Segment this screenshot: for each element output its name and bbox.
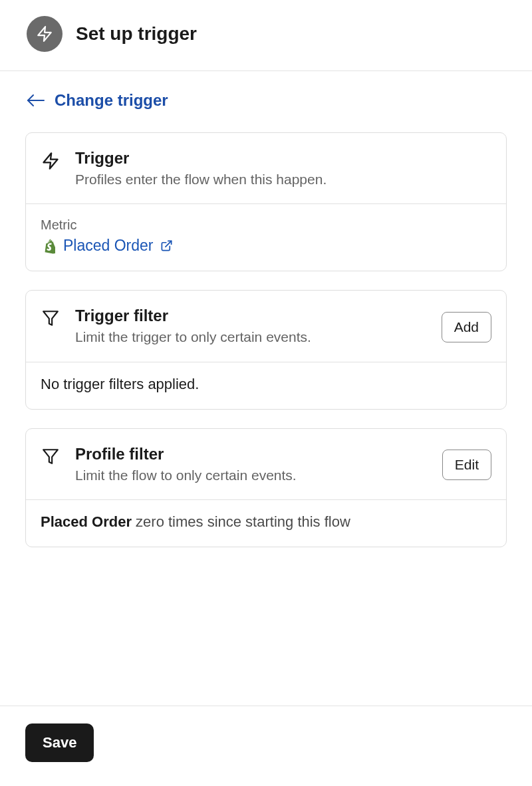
svg-marker-2 [44, 153, 58, 168]
profile-filter-body-text: Placed Order zero times since starting t… [41, 513, 491, 531]
save-button[interactable]: Save [25, 723, 94, 762]
svg-marker-0 [38, 27, 51, 41]
metric-row: Placed Order [41, 237, 491, 255]
metric-link[interactable]: Placed Order [63, 237, 173, 255]
trigger-card-header: Trigger Profiles enter the flow when thi… [26, 133, 506, 203]
trigger-icon-circle [27, 16, 63, 52]
svg-marker-4 [43, 312, 58, 326]
trigger-card-subtitle: Profiles enter the flow when this happen… [75, 170, 491, 189]
metric-label: Metric [41, 217, 491, 233]
svg-line-3 [165, 241, 171, 247]
trigger-filter-card-body: No trigger filters applied. [26, 362, 506, 409]
bolt-icon [41, 152, 60, 170]
page-header: Set up trigger [0, 0, 532, 71]
shopify-icon [41, 238, 55, 254]
trigger-card-body: Metric Placed Order [26, 203, 506, 271]
trigger-card: Trigger Profiles enter the flow when thi… [25, 132, 507, 271]
profile-filter-card: Profile filter Limit the flow to only ce… [25, 428, 507, 547]
profile-filter-title: Profile filter [75, 445, 428, 463]
arrow-left-icon [27, 93, 45, 108]
external-link-icon [160, 239, 173, 252]
page-title: Set up trigger [76, 23, 197, 45]
change-trigger-link[interactable]: Change trigger [27, 91, 168, 110]
bolt-icon [36, 25, 53, 43]
svg-marker-5 [43, 450, 58, 463]
profile-filter-body-rest: zero times since starting this flow [132, 513, 350, 530]
trigger-filter-body-text: No trigger filters applied. [41, 376, 491, 393]
edit-profile-filter-button[interactable]: Edit [442, 450, 491, 480]
trigger-filter-card-header: Trigger filter Limit the trigger to only… [26, 291, 506, 361]
page-footer: Save [0, 706, 532, 786]
profile-filter-card-header: Profile filter Limit the flow to only ce… [26, 429, 506, 499]
add-trigger-filter-button[interactable]: Add [442, 312, 491, 342]
content-area: Change trigger Trigger Profiles enter th… [0, 71, 532, 706]
trigger-filter-title: Trigger filter [75, 307, 427, 325]
metric-value: Placed Order [63, 237, 154, 255]
profile-filter-subtitle: Limit the flow to only certain events. [75, 466, 428, 485]
profile-filter-card-body: Placed Order zero times since starting t… [26, 499, 506, 547]
trigger-card-title: Trigger [75, 149, 491, 168]
profile-filter-body-bold: Placed Order [41, 513, 132, 530]
trigger-filter-subtitle: Limit the trigger to only certain events… [75, 328, 427, 346]
filter-icon [42, 448, 59, 465]
filter-icon [42, 309, 59, 327]
change-trigger-label: Change trigger [55, 91, 168, 110]
trigger-filter-card: Trigger filter Limit the trigger to only… [25, 290, 507, 409]
